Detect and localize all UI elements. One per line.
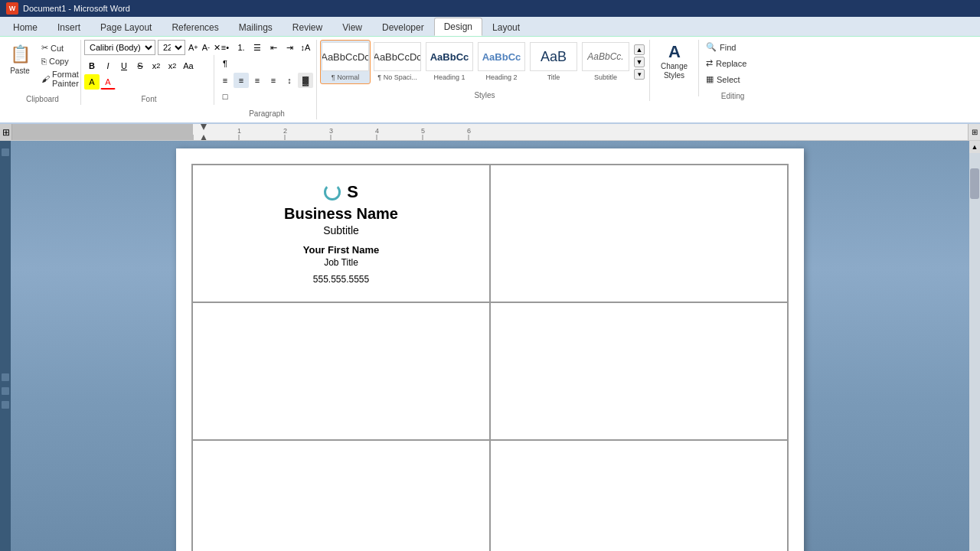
increase-indent-btn[interactable]: ⇥ xyxy=(282,40,297,55)
select-button[interactable]: ▦ Select xyxy=(702,72,763,86)
select-label: Select xyxy=(717,75,740,84)
shading-btn[interactable]: ▓ xyxy=(298,73,313,88)
document-area[interactable]: S Business Name Subtitle Your First Name… xyxy=(11,141,969,551)
ribbon-font-section: Calibri (Body) 22 A+ A- ✕ B I U S x2 x2 … xyxy=(84,40,214,105)
strikethrough-button[interactable]: S xyxy=(132,58,148,73)
numbering-btn[interactable]: 1. xyxy=(234,40,249,55)
align-center-btn[interactable]: ≡ xyxy=(234,73,249,88)
svg-marker-13 xyxy=(201,135,207,141)
scissors-icon: ✂ xyxy=(41,43,48,53)
card-bottom-right[interactable]: shmoggo.com xyxy=(490,440,788,551)
style-title[interactable]: AaB Title xyxy=(528,40,579,84)
svg-text:1: 1 xyxy=(237,127,241,135)
card-business-name: Business Name xyxy=(284,205,398,223)
tab-page-layout[interactable]: Page Layout xyxy=(90,18,162,36)
font-size-select[interactable]: 22 xyxy=(158,40,185,55)
paragraph-group-label: Paragraph xyxy=(249,109,285,118)
ribbon-editing-section: 🔍 Find ⇄ Replace ▦ Select Editing xyxy=(702,40,763,102)
italic-button[interactable]: I xyxy=(100,58,116,73)
tab-references[interactable]: References xyxy=(162,18,228,36)
ribbon-tabs: Home Insert Page Layout References Maili… xyxy=(0,17,980,37)
superscript-button[interactable]: x2 xyxy=(165,58,180,73)
app-logo: W xyxy=(6,2,18,15)
left-panel-icon-3 xyxy=(2,387,9,395)
copy-button[interactable]: ⎘ Copy xyxy=(38,55,82,67)
ruler-corner[interactable]: ⊞ xyxy=(0,124,12,140)
sort-btn[interactable]: ↕A xyxy=(298,40,313,55)
paste-icon: 📋 xyxy=(8,42,32,67)
paste-button[interactable]: 📋 Paste xyxy=(5,40,35,77)
tab-insert[interactable]: Insert xyxy=(47,18,90,36)
left-panel-icon-1 xyxy=(2,148,9,156)
align-left-btn[interactable]: ≡ xyxy=(217,73,233,88)
right-scrollbar[interactable]: ▲ ▼ xyxy=(969,141,980,551)
card-contact-name: Your First Name xyxy=(303,244,379,256)
change-styles-button[interactable]: A ChangeStyles xyxy=(653,40,695,83)
format-painter-button[interactable]: 🖌 Format Painter xyxy=(38,68,82,90)
style-heading1[interactable]: AaBbCc Heading 1 xyxy=(424,40,475,84)
style-subtitle-preview: AaBbCc. xyxy=(582,42,629,71)
styles-expand-button[interactable]: ▲ ▼ ▾ xyxy=(632,43,646,81)
find-button[interactable]: 🔍 Find xyxy=(702,40,763,54)
multilevel-btn[interactable]: ☰ xyxy=(250,40,265,55)
font-group-label: Font xyxy=(141,95,156,103)
underline-button[interactable]: U xyxy=(116,58,132,73)
style-subtitle[interactable]: AaBbCc. Subtitle xyxy=(580,40,631,84)
show-formatting-btn[interactable]: ¶ xyxy=(217,56,233,71)
styles-more-arrow[interactable]: ▾ xyxy=(634,69,645,80)
copy-label: Copy xyxy=(49,57,69,66)
style-heading2[interactable]: AaBbCc Heading 2 xyxy=(476,40,527,84)
tab-developer[interactable]: Developer xyxy=(372,18,434,36)
line-spacing-btn[interactable]: ↕ xyxy=(282,73,297,88)
svg-text:6: 6 xyxy=(467,127,471,135)
bold-button[interactable]: B xyxy=(84,58,100,73)
style-normal[interactable]: AaBbCcDc ¶ Normal xyxy=(320,40,371,84)
subscript-button[interactable]: x2 xyxy=(149,58,164,73)
svg-text:4: 4 xyxy=(375,127,379,135)
card-job-title: Job Title xyxy=(324,257,358,268)
cut-button[interactable]: ✂ Cut xyxy=(38,41,82,54)
decrease-font-btn[interactable]: A- xyxy=(201,40,211,55)
card-top-right[interactable] xyxy=(490,165,788,302)
tab-design[interactable]: Design xyxy=(434,18,482,36)
style-no-spacing[interactable]: AaBbCcDc ¶ No Spaci... xyxy=(372,40,423,84)
cut-label: Cut xyxy=(51,44,64,53)
editing-group-label: Editing xyxy=(721,92,745,100)
ruler: ⊞ 1 2 3 4 5 6 ⊞ xyxy=(0,124,980,141)
ruler-expand-btn[interactable]: ⊞ xyxy=(968,124,980,141)
tab-mailings[interactable]: Mailings xyxy=(229,18,283,36)
scroll-up-btn[interactable]: ▲ xyxy=(969,141,980,153)
styles-down-arrow[interactable]: ▼ xyxy=(634,57,645,67)
tab-home[interactable]: Home xyxy=(3,18,47,36)
card-phone: 555.555.5555 xyxy=(313,274,369,285)
decrease-indent-btn[interactable]: ⇤ xyxy=(266,40,281,55)
card-subtitle: Subtitle xyxy=(323,224,359,236)
card-top-left[interactable]: S Business Name Subtitle Your First Name… xyxy=(192,165,490,302)
bullets-btn[interactable]: ≡• xyxy=(217,40,233,55)
tab-review[interactable]: Review xyxy=(283,18,332,36)
card-middle-left[interactable] xyxy=(192,302,490,440)
highlight-btn[interactable]: A xyxy=(84,74,100,90)
styles-up-arrow[interactable]: ▲ xyxy=(634,44,645,55)
styles-group-label: Styles xyxy=(474,91,495,99)
left-panel-icon-2 xyxy=(2,373,9,381)
borders-btn[interactable]: □ xyxy=(217,89,233,104)
font-color-btn[interactable]: A xyxy=(100,74,116,90)
card-bottom-left[interactable] xyxy=(192,440,490,551)
align-right-btn[interactable]: ≡ xyxy=(250,73,265,88)
svg-marker-14 xyxy=(201,124,207,130)
replace-label: Replace xyxy=(716,59,746,68)
text-case-btn[interactable]: Aа xyxy=(181,58,196,73)
style-title-label: Title xyxy=(547,73,560,82)
replace-button[interactable]: ⇄ Replace xyxy=(702,56,763,70)
ribbon-clipboard-section: 📋 Paste ✂ Cut ⎘ Copy 🖌 Format Painter Cl… xyxy=(5,40,81,105)
left-panel xyxy=(0,141,11,551)
font-family-select[interactable]: Calibri (Body) xyxy=(84,40,155,55)
tab-view[interactable]: View xyxy=(332,18,372,36)
card-middle-right[interactable] xyxy=(490,302,788,440)
tab-layout[interactable]: Layout xyxy=(482,18,530,36)
scrollbar-thumb[interactable] xyxy=(970,168,979,199)
increase-font-btn[interactable]: A+ xyxy=(188,40,199,55)
justify-btn[interactable]: ≡ xyxy=(266,73,281,88)
svg-text:5: 5 xyxy=(421,127,425,135)
